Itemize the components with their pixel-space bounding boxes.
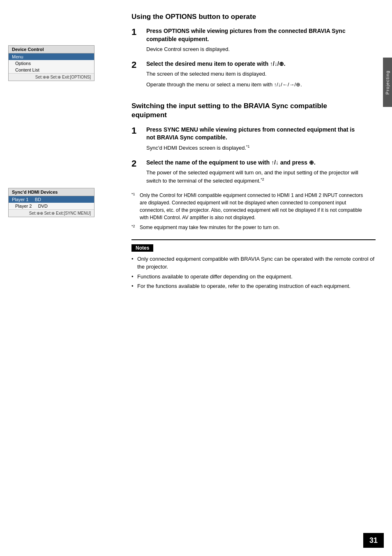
section1-step2-desc2: Operate through the menu or select a men… <box>146 81 363 89</box>
device-control-item-menu: Menu <box>9 53 94 60</box>
syncd-hdmi-player2: Player 2 DVD <box>9 203 94 209</box>
syncd-hdmi-box: Sync'd HDMI Devices Player 1 BD Player 2… <box>8 188 95 217</box>
section1-step1-title: Press OPTIONS while viewing pictures fro… <box>146 27 363 43</box>
page-number: 31 <box>363 533 384 548</box>
notes-item-3: For the functions available to operate, … <box>131 282 376 290</box>
section1-step2-desc: The screen of the selected menu item is … <box>146 70 363 78</box>
section1-step2: 2 Select the desired menu item to operat… <box>131 60 363 89</box>
section2-step2-title: Select the name of the equipment to use … <box>146 159 363 167</box>
syncd-hdmi-title: Sync'd HDMI Devices <box>9 188 94 196</box>
section2-step1-desc: Sync'd HDMI Devices screen is displayed.… <box>146 144 363 152</box>
section2-step1: 1 Press SYNC MENU while viewing pictures… <box>131 126 363 152</box>
right-column: Using the OPTIONS button to operate 1 Pr… <box>123 0 392 556</box>
content-main: Using the OPTIONS button to operate 1 Pr… <box>131 12 376 231</box>
section1-step2-title: Select the desired menu item to operate … <box>146 60 363 68</box>
left-column: Device Control Menu Options Content List… <box>0 0 123 556</box>
sidebar-tab: Projecting <box>383 58 392 107</box>
section1-step2-number: 2 <box>131 60 144 89</box>
section2-step2-content: Select the name of the equipment to use … <box>146 159 363 185</box>
notes-item-2: Functions available to operate differ de… <box>131 273 376 281</box>
footnote1-sup: *1 <box>246 144 250 148</box>
footnote1-marker: *1 <box>131 192 138 221</box>
device-control-box: Device Control Menu Options Content List… <box>8 45 95 81</box>
footnote1: *1 Only the Control for HDMI compatible … <box>131 192 363 221</box>
footnote2-text: Some equipment may take few minutes for … <box>140 224 280 231</box>
section1-heading: Using the OPTIONS button to operate <box>131 12 363 21</box>
device-control-item-options: Options <box>9 60 94 67</box>
section1-step1-number: 1 <box>131 27 144 53</box>
section2-step1-number: 1 <box>131 126 144 152</box>
device-control-title: Device Control <box>9 46 94 53</box>
syncd-hdmi-area: Sync'd HDMI Devices Player 1 BD Player 2… <box>8 188 115 217</box>
section2-step2: 2 Select the name of the equipment to us… <box>131 159 363 185</box>
sidebar-tab-label: Projecting <box>385 70 390 95</box>
notes-section: Notes Only connected equipment compatibl… <box>131 239 376 290</box>
section1-step1-content: Press OPTIONS while viewing pictures fro… <box>146 27 363 53</box>
page-container: Device Control Menu Options Content List… <box>0 0 392 556</box>
page-number-area: 31 <box>363 533 384 548</box>
section1-step2-content: Select the desired menu item to operate … <box>146 60 363 89</box>
notes-item-1: Only connected equipment compatible with… <box>131 255 376 271</box>
section2-step2-number: 2 <box>131 159 144 185</box>
device-control-area: Device Control Menu Options Content List… <box>8 45 115 81</box>
notes-label: Notes <box>131 244 153 252</box>
section2-step1-content: Press SYNC MENU while viewing pictures f… <box>146 126 363 152</box>
section1-step1: 1 Press OPTIONS while viewing pictures f… <box>131 27 363 53</box>
footnote2-sup: *2 <box>261 177 264 181</box>
section2-step2-desc: The power of the selected equipment will… <box>146 169 363 185</box>
footnote1-text: Only the Control for HDMI compatible equ… <box>140 192 363 221</box>
section2-step1-title: Press SYNC MENU while viewing pictures f… <box>146 126 363 142</box>
footnote2: *2 Some equipment may take few minutes f… <box>131 224 363 231</box>
syncd-hdmi-footer: Set:⊕⊕ Set:⊕ Exit:[SYNC MENU] <box>9 209 94 217</box>
device-control-footer: Set:⊕⊕ Set:⊕ Exit:[OPTIONS] <box>9 73 94 81</box>
section1-step1-desc: Device Control screen is displayed. <box>146 45 363 53</box>
device-control-item-contentlist: Content List <box>9 67 94 73</box>
syncd-hdmi-player1: Player 1 BD <box>9 196 94 203</box>
footnote2-marker: *2 <box>131 224 138 231</box>
notes-list: Only connected equipment compatible with… <box>131 255 376 290</box>
section2-heading: Switching the input setting to the BRAVI… <box>131 102 363 120</box>
